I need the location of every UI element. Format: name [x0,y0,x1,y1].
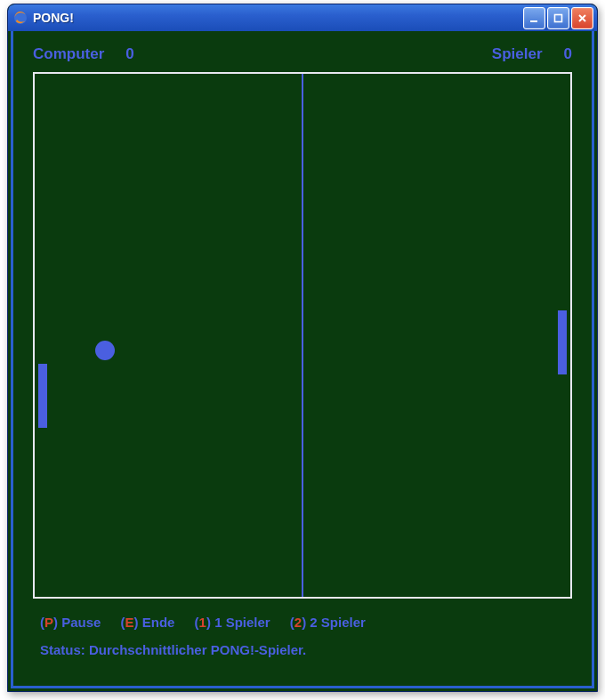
score-right-label: Spieler [492,45,543,63]
titlebar: PONG! [8,4,597,31]
window-title: PONG! [33,11,523,25]
label-pause: Pause [61,615,101,630]
firefox-icon [13,11,28,25]
controls-bar: (P) Pause (E) Ende (1) 1 Spieler (2) 2 S… [13,599,592,666]
app-window: PONG! Computer 0 Spieler 0 [7,4,598,692]
maximize-button[interactable] [547,7,569,29]
key-pause: P [44,615,53,630]
close-button[interactable] [571,7,593,29]
status-text: Durchschnittlicher PONG!-Spieler. [89,642,306,657]
score-left-label: Computer [33,45,104,63]
status-row: Status: Durchschnittlicher PONG!-Spieler… [40,642,565,657]
paddle-right[interactable] [558,310,567,374]
controls-row: (P) Pause (E) Ende (1) 1 Spieler (2) 2 S… [40,615,565,630]
window-controls [523,7,593,29]
client-area: Computer 0 Spieler 0 (P) Pause (E) Ende … [11,31,594,688]
score-left-value: 0 [125,45,133,63]
control-one-player: (1) 1 Spieler [195,615,270,630]
score-bar: Computer 0 Spieler 0 [13,31,592,72]
key-two: 2 [294,615,302,630]
svg-rect-2 [555,14,562,21]
svg-rect-1 [530,20,537,22]
label-end: Ende [142,615,175,630]
control-two-player: (2) 2 Spieler [290,615,366,630]
key-one: 1 [199,615,206,630]
score-right: Spieler 0 [492,45,572,63]
label-one: 1 Spieler [214,615,270,630]
control-end: (E) Ende [121,615,175,630]
paddle-left [38,364,47,428]
playfield[interactable] [33,72,572,599]
score-right-value: 0 [564,45,572,63]
minimize-button[interactable] [523,7,545,29]
label-two: 2 Spieler [310,615,366,630]
ball [95,341,115,360]
score-left: Computer 0 [33,45,134,63]
key-end: E [125,615,134,630]
control-pause: (P) Pause [40,615,101,630]
center-line [302,74,303,597]
status-prefix: Status: [40,642,85,657]
